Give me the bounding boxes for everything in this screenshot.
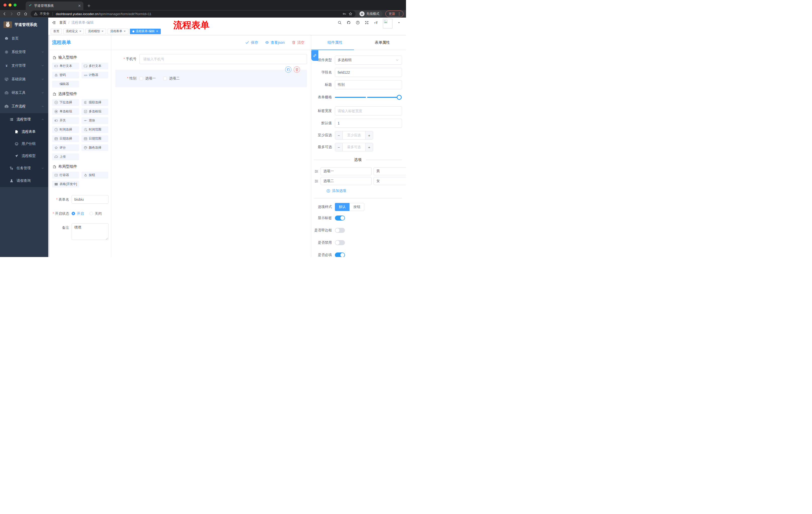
toggle-是否禁用[interactable]	[335, 240, 345, 245]
sidebar-item-基础设施[interactable]: 基础设施	[0, 73, 48, 86]
palette-item-编辑器[interactable]: 编辑器	[52, 81, 79, 87]
palette-item-行容器[interactable]: 行容器	[52, 172, 79, 179]
close-window-button[interactable]	[3, 3, 6, 6]
palette-item-日期选择[interactable]: 日期选择	[52, 135, 79, 142]
title-input[interactable]	[335, 80, 402, 89]
stepper-decrease-button[interactable]: −	[335, 131, 343, 139]
palette-item-按钮[interactable]: 按钮	[81, 172, 109, 179]
option-label-input[interactable]	[321, 167, 372, 175]
breadcrumb-home[interactable]: 首页	[59, 20, 66, 25]
palette-item-多行文本[interactable]: 多行文本	[81, 63, 109, 70]
hamburger-icon[interactable]	[48, 21, 59, 25]
segment-button[interactable]: 按钮	[349, 203, 364, 211]
sidebar-item-流程管理[interactable]: 流程管理	[0, 113, 48, 126]
delete-component-button[interactable]	[294, 66, 300, 73]
tab-component-props[interactable]: 组件属性	[311, 35, 359, 50]
palette-item-表格[开发中][interactable]: 表格[开发中]	[52, 181, 79, 188]
tag-close-icon[interactable]: ✕	[79, 30, 81, 33]
maximize-window-button[interactable]	[13, 3, 17, 6]
tab-close-icon[interactable]: ✕	[78, 4, 81, 8]
search-icon[interactable]	[338, 21, 342, 25]
tag-首页[interactable]: 首页	[51, 29, 62, 34]
stepper-increase-button[interactable]: +	[365, 131, 373, 139]
forward-icon[interactable]	[9, 12, 13, 16]
tag-close-icon[interactable]: ✕	[101, 30, 104, 33]
label-width-input[interactable]	[335, 106, 402, 115]
font-size-icon[interactable]: TT	[374, 21, 378, 25]
palette-item-单行文本[interactable]: 单行文本	[52, 63, 79, 70]
home-icon[interactable]	[24, 12, 28, 16]
browser-update-button[interactable]: 更新	[385, 10, 404, 17]
browser-menu-icon[interactable]	[397, 12, 401, 16]
toggle-是否带边框[interactable]	[335, 228, 345, 233]
palette-item-颜色选择[interactable]: 颜色选择	[81, 144, 109, 151]
window-controls[interactable]	[0, 0, 20, 10]
sidebar-item-工作流程[interactable]: 工作流程	[0, 100, 48, 113]
avatar[interactable]	[383, 19, 393, 28]
toggle-显示标签[interactable]	[335, 216, 345, 220]
new-tab-button[interactable]	[87, 1, 91, 10]
sidebar-item-系统管理[interactable]: 系统管理	[0, 45, 48, 59]
sidebar-item-研发工具[interactable]: 研发工具	[0, 86, 48, 100]
tab-form-props[interactable]: 表单属性	[359, 35, 406, 50]
key-icon[interactable]	[343, 12, 346, 16]
stepper-decrease-button[interactable]: −	[335, 143, 343, 151]
panel-handle[interactable]	[311, 50, 318, 61]
option-value-input[interactable]	[374, 177, 406, 185]
clear-button[interactable]: 清空	[292, 40, 304, 45]
radio-closed[interactable]: 关闭	[89, 209, 102, 218]
tag-流程模型[interactable]: 流程模型✕	[85, 29, 106, 34]
sidebar-item-首页[interactable]: 首页	[0, 32, 48, 45]
tag-close-icon[interactable]: ✕	[156, 30, 158, 33]
radio-open[interactable]: 开启	[71, 209, 84, 218]
palette-item-计数器[interactable]: 123计数器	[81, 72, 109, 78]
option-value-input[interactable]	[374, 167, 406, 175]
sidebar-item-请假查询[interactable]: 请假查询	[0, 174, 48, 187]
browser-tab[interactable]: 芋道管理系统 ✕	[26, 1, 83, 10]
form-grid-slider[interactable]	[335, 97, 400, 98]
palette-item-单选框组[interactable]: 单选框组	[52, 108, 79, 115]
palette-item-日期范围[interactable]: 日期范围	[81, 135, 109, 142]
security-warning-icon[interactable]	[34, 12, 38, 16]
toggle-是否必填[interactable]	[335, 252, 345, 257]
resize-grip[interactable]	[106, 237, 108, 240]
avatar-caret-icon[interactable]	[398, 21, 401, 24]
minimize-window-button[interactable]	[8, 3, 11, 6]
phone-input[interactable]	[140, 54, 307, 64]
palette-item-开关[interactable]: 开关	[52, 117, 79, 124]
component-type-select[interactable]: 多选框组	[335, 56, 402, 64]
slider-handle[interactable]	[397, 95, 402, 100]
help-icon[interactable]	[356, 21, 360, 25]
sidebar-item-任务管理[interactable]: 任务管理	[0, 162, 48, 174]
palette-item-评分[interactable]: 评分	[52, 144, 79, 151]
drag-handle-icon[interactable]	[314, 179, 319, 183]
bookmark-star-icon[interactable]	[348, 12, 352, 16]
checkbox-box[interactable]	[163, 77, 167, 80]
palette-item-下拉选择[interactable]: 下拉选择	[52, 99, 79, 106]
segment-default[interactable]: 默认	[335, 203, 349, 211]
copy-component-button[interactable]	[285, 66, 291, 73]
tag-close-icon[interactable]: ✕	[123, 30, 126, 33]
sidebar-item-用户分组[interactable]: 用户分组	[0, 138, 48, 150]
palette-item-上传[interactable]: 上传	[52, 154, 79, 160]
back-icon[interactable]	[2, 12, 6, 16]
save-button[interactable]: 保存	[245, 40, 258, 45]
checkbox-box[interactable]	[140, 77, 143, 80]
tag-流程表单-编辑[interactable]: 流程表单-编辑✕	[130, 29, 161, 34]
option-label-input[interactable]	[321, 177, 372, 185]
drag-handle-icon[interactable]	[314, 169, 319, 173]
sidebar-item-流程表单[interactable]: 流程表单	[0, 126, 48, 138]
palette-item-密码[interactable]: 密码	[52, 72, 79, 78]
gender-field-block[interactable]: 性别 选项一选项二	[115, 70, 307, 87]
add-option-button[interactable]: 添加选项	[326, 189, 402, 193]
checkbox-选项一[interactable]: 选项一	[140, 76, 156, 81]
sidebar-item-支付管理[interactable]: ¥支付管理	[0, 59, 48, 73]
form-name-input[interactable]	[71, 195, 109, 204]
form-remark-textarea[interactable]: 嘿嘿	[71, 223, 109, 240]
tag-流程表单[interactable]: 流程表单✕	[108, 29, 128, 34]
address-bar[interactable]: 不安全 dashboard.yudao.iocoder.cn/bpm/manag…	[31, 10, 355, 17]
github-icon[interactable]	[347, 21, 351, 25]
checkbox-选项二[interactable]: 选项二	[163, 76, 180, 81]
app-logo[interactable]: 芋道管理系统	[0, 18, 48, 32]
palette-item-滑块[interactable]: 滑块	[81, 117, 109, 124]
